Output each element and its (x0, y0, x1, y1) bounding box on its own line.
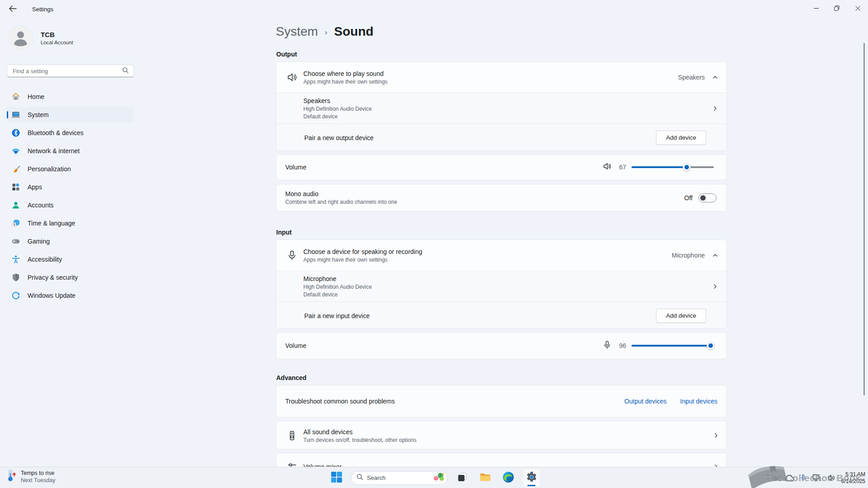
speaker-small-icon[interactable] (603, 162, 612, 173)
sidebar-item-gaming[interactable]: Gaming (7, 233, 134, 249)
row-title: Choose a device for speaking or recordin… (303, 248, 422, 255)
volume-controls: 96 (603, 340, 714, 351)
back-button[interactable] (5, 3, 21, 15)
input-volume-slider[interactable] (632, 341, 714, 350)
accounts-icon (11, 201, 20, 210)
sidebar-item-bluetooth[interactable]: Bluetooth & devices (7, 125, 134, 141)
gaming-icon (11, 237, 20, 246)
input-expander-text: Choose a device for speaking or recordin… (303, 248, 422, 263)
chevron-right-icon (712, 283, 718, 290)
restore-icon (834, 5, 840, 13)
sidebar-item-label: Network & internet (28, 147, 80, 155)
row-right: Add device (656, 309, 706, 323)
slider-thumb[interactable] (683, 163, 691, 171)
chevron-up-icon[interactable] (712, 74, 718, 80)
sidebar-item-windows-update[interactable]: Windows Update (7, 287, 134, 304)
output-volume-slider[interactable] (632, 163, 714, 172)
mono-subtitle: Combine left and right audio channels in… (285, 199, 397, 205)
edge-browser-button[interactable] (500, 469, 517, 487)
task-view-button[interactable] (454, 469, 471, 487)
settings-app-button[interactable] (523, 469, 540, 487)
add-output-device-button[interactable]: Add device (656, 131, 706, 145)
close-icon (855, 5, 860, 13)
speaker-icon (287, 72, 297, 83)
taskbar-search[interactable]: Search (351, 471, 448, 485)
search-highlight-image[interactable] (432, 471, 446, 485)
sidebar-item-label: Home (28, 93, 44, 100)
sidebar-item-label: Gaming (28, 238, 50, 245)
mono-audio-card: Mono audio Combine left and right audio … (276, 184, 727, 211)
input-section-header: Input (276, 229, 292, 236)
volume-mixer-card[interactable]: Volume mixer (276, 453, 727, 467)
tray-speaker-icon[interactable] (827, 474, 835, 481)
sidebar-item-time-language[interactable]: Time & language (7, 215, 134, 231)
bluetooth-icon (11, 128, 20, 137)
weather-headline: Temps to rise (21, 470, 55, 476)
chevron-right-icon (713, 464, 719, 467)
input-volume-value: 96 (617, 342, 626, 349)
row-subtitle: Apps might have their own settings (303, 257, 422, 263)
minimize-button[interactable] (806, 0, 826, 17)
sidebar-item-network[interactable]: Network & internet (7, 143, 134, 159)
restore-button[interactable] (826, 0, 847, 17)
search-input[interactable] (12, 67, 122, 75)
system-tray: 5:31 AM 6/14/2025 (772, 467, 865, 488)
tray-chevron-up-icon[interactable] (772, 475, 778, 481)
add-input-device-button[interactable]: Add device (656, 309, 706, 323)
mono-audio-toggle[interactable] (698, 193, 717, 202)
row-title: Volume mixer (303, 463, 342, 467)
selected-indicator (7, 111, 8, 118)
volume-mixer-row[interactable]: Volume mixer (276, 453, 726, 467)
sidebar-item-accessibility[interactable]: Accessibility (7, 251, 134, 267)
onedrive-cloud-icon[interactable] (784, 474, 794, 482)
sidebar-item-label: Bluetooth & devices (28, 129, 84, 136)
sidebar-item-apps[interactable]: Apps (7, 179, 134, 195)
close-button[interactable] (847, 0, 868, 17)
output-selected-device: Speakers (678, 74, 705, 81)
time-language-icon (11, 219, 20, 228)
main-content: System › Sound Output Choose where to pl… (276, 18, 728, 467)
output-expander-row[interactable]: Choose where to play sound Apps might ha… (276, 62, 726, 93)
input-microphone-row[interactable]: Microphone High Definition Audio Device … (276, 271, 726, 301)
microphone-small-icon[interactable] (603, 340, 612, 351)
sidebar-item-system[interactable]: System (7, 107, 134, 123)
troubleshoot-label: Troubleshoot common sound problems (285, 398, 395, 405)
minimize-icon (814, 5, 819, 13)
file-explorer-button[interactable] (477, 469, 494, 487)
input-devices-link[interactable]: Input devices (680, 398, 718, 405)
row-right: Add device (656, 131, 706, 145)
slider-thumb[interactable] (707, 342, 715, 350)
taskbar-clock[interactable]: 5:31 AM 6/14/2025 (841, 471, 865, 485)
device-line2: Default device (303, 291, 372, 298)
sidebar-item-home[interactable]: Home (7, 89, 134, 105)
sidebar-search[interactable] (7, 65, 134, 77)
account-block[interactable]: TCB Local Account (9, 26, 73, 50)
sidebar-item-label: Accessibility (28, 256, 62, 263)
mono-title: Mono audio (285, 190, 397, 197)
breadcrumb-separator-icon: › (325, 27, 327, 37)
network-icon[interactable] (812, 474, 821, 482)
sidebar-item-label: System (28, 111, 49, 118)
device-name: Speakers (303, 97, 372, 104)
sidebar-item-privacy[interactable]: Privacy & security (7, 269, 134, 286)
chevron-up-icon[interactable] (712, 252, 718, 258)
page-scrollbar[interactable] (863, 43, 865, 395)
input-expander-row[interactable]: Choose a device for speaking or recordin… (276, 240, 726, 271)
page-title: Sound (334, 24, 373, 39)
search-icon (357, 474, 363, 482)
breadcrumb-system[interactable]: System (276, 24, 318, 39)
window-controls (806, 0, 868, 17)
all-sound-devices-card[interactable]: All sound devices Turn devices on/off, t… (276, 421, 727, 450)
output-devices-link[interactable]: Output devices (624, 398, 666, 405)
taskbar-weather-widget[interactable]: Temps to rise Next Tuesday (5, 469, 55, 484)
sidebar-item-label: Personalization (28, 165, 71, 173)
personalization-icon (11, 164, 20, 174)
sidebar-item-personalization[interactable]: Personalization (7, 161, 134, 177)
output-speakers-row[interactable]: Speakers High Definition Audio Device De… (276, 93, 726, 123)
advanced-section-header: Advanced (276, 374, 307, 381)
tray-microphone-icon[interactable] (800, 474, 807, 482)
start-button[interactable] (328, 469, 345, 487)
sidebar-item-accounts[interactable]: Accounts (7, 197, 134, 213)
all-sound-devices-row[interactable]: All sound devices Turn devices on/off, t… (276, 421, 726, 450)
device-line1: High Definition Audio Device (303, 284, 372, 290)
